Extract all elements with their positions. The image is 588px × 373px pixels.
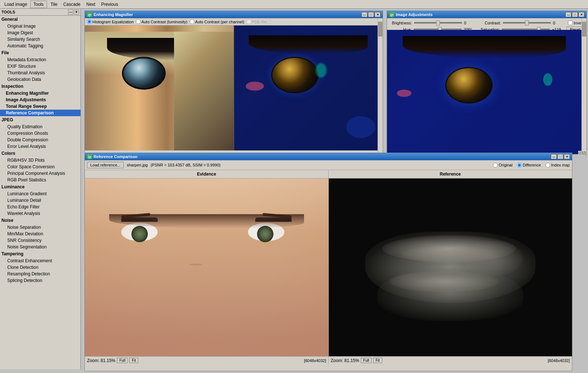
ia-brightness-value: 0 [464, 21, 477, 25]
tools-panel: TOOLS — ✕ General Original Image Image D… [0, 9, 81, 369]
menubar-tile[interactable]: Tile [48, 1, 60, 8]
sidebar-item-contrast-enhancement[interactable]: Contrast Enhancement [0, 258, 80, 264]
sidebar-item-error-level-analysis[interactable]: Error Level Analysis [0, 143, 80, 150]
em-title: Enhancing Magnifier [94, 12, 362, 17]
section-luminance[interactable]: Luminance [0, 183, 80, 191]
rc-evidence-full-btn[interactable]: Full [117, 358, 128, 363]
rc-footers: Zoom: 81.15% Full Fit [6048x4032] Zoom: … [85, 356, 572, 364]
section-colors[interactable]: Colors [0, 150, 80, 157]
rc-original-option[interactable]: Original [493, 163, 513, 168]
sidebar-item-snr-consistency[interactable]: SNR Consistency [0, 237, 80, 244]
em-pde-option[interactable]: PDE-Re... [246, 19, 270, 24]
menubar-next[interactable]: Next [83, 1, 98, 8]
sidebar-item-reference-comparison[interactable]: Reference Comparison [0, 110, 80, 116]
sidebar-item-geolocation-data[interactable]: Geolocation Data [0, 76, 80, 83]
sidebar-item-rgb-hsv-3d-plots[interactable]: RGB/HSV 3D Plots [0, 157, 80, 164]
rc-difference-option[interactable]: Difference [517, 163, 541, 168]
em-histogram-eq-option[interactable]: Histogram Equalization [87, 19, 134, 24]
rc-evidence-footer: Zoom: 81.15% Full Fit [6048x4032] [85, 356, 329, 364]
em-auto-contrast-lum-option[interactable]: Auto Contrast (luminosity) [136, 19, 188, 24]
ia-maximize-btn[interactable]: □ [572, 12, 578, 17]
rc-difference-label: Difference [523, 163, 541, 167]
tools-minimize-btn[interactable]: — [68, 9, 73, 15]
menubar-tools[interactable]: Tools [30, 1, 47, 8]
sidebar-item-enhancing-magnifier[interactable]: Enhancing Magnifier [0, 90, 80, 97]
sidebar-item-similarity-search[interactable]: Similarity Search [0, 36, 80, 43]
tools-close-btn[interactable]: ✕ [74, 9, 79, 15]
tools-title: TOOLS [1, 10, 15, 14]
sidebar-item-luminance-detail[interactable]: Luminance Detail [0, 197, 80, 204]
rc-evidence-fit-btn[interactable]: Fit [129, 358, 138, 363]
rc-reference-full-btn[interactable]: Full [361, 358, 372, 363]
rc-close-btn[interactable]: ✕ [564, 154, 570, 159]
ia-close-btn[interactable]: ✕ [579, 12, 584, 17]
menubar-load-image[interactable]: Load image [1, 1, 30, 8]
em-scrollbar-thumb[interactable] [378, 22, 382, 36]
rc-titlebar[interactable]: Qt Reference Comparison — □ ✕ [85, 153, 572, 160]
sidebar-item-image-adjustments[interactable]: Image Adjustments [0, 97, 80, 103]
rc-evidence-dims: [6048x4032] [304, 358, 326, 363]
sidebar-item-double-compression[interactable]: Double Compression [0, 137, 80, 143]
ia-contrast-slider[interactable] [503, 22, 551, 24]
sidebar-item-wavelet-analysis[interactable]: Wavelet Analysis [0, 210, 80, 217]
rc-maximize-btn[interactable]: □ [557, 154, 563, 159]
em-scrollbar[interactable] [378, 18, 383, 154]
menubar-cascade[interactable]: Cascade [60, 1, 83, 8]
section-general[interactable]: General [0, 16, 80, 23]
qt-icon-rc: Qt [87, 154, 92, 159]
sidebar-item-echo-edge-filter[interactable]: Echo Edge Filter [0, 204, 80, 210]
em-close-btn[interactable]: ✕ [375, 12, 380, 17]
em-auto-contrast-ch-option[interactable]: Auto Contrast (per channel) [190, 19, 244, 24]
rc-view-options: Original Difference Index map [493, 163, 570, 168]
rc-reference-fit-btn[interactable]: Fit [373, 358, 382, 363]
rc-minimize-btn[interactable]: — [551, 154, 557, 159]
sidebar-item-noise-separation[interactable]: Noise Separation [0, 224, 80, 231]
section-jpeg[interactable]: JPEG [0, 116, 80, 123]
sidebar-item-original-image[interactable]: Original Image [0, 23, 80, 30]
section-tampering[interactable]: Tampering [0, 250, 80, 258]
rc-index-map-option[interactable]: Index map [545, 163, 570, 168]
load-reference-btn[interactable]: Load reference... [87, 162, 124, 168]
section-inspection[interactable]: Inspection [0, 83, 80, 90]
sidebar-item-principal-component-analysis[interactable]: Principal Component Analysis [0, 170, 80, 177]
em-left-image [85, 25, 234, 150]
qt-icon-ia: Qt [389, 12, 394, 17]
ia-minimize-btn[interactable]: — [565, 12, 571, 17]
sidebar-item-rgb-pixel-statistics[interactable]: RGB Pixel Statistics [0, 177, 80, 183]
sidebar-item-resampling-detection[interactable]: Resampling Detection [0, 271, 80, 277]
sidebar-item-splicing-detection[interactable]: Splicing Detection [0, 277, 80, 284]
rc-reference-title: Reference [329, 170, 572, 178]
sidebar-item-luminance-gradient[interactable]: Luminance Gradient [0, 191, 80, 197]
section-noise[interactable]: Noise [0, 217, 80, 224]
section-file[interactable]: File [0, 49, 80, 56]
sidebar-item-image-digest[interactable]: Image Digest [0, 30, 80, 36]
rc-reference-panel [329, 178, 572, 356]
ia-titlebar[interactable]: Qt Image Adjustments — □ ✕ [387, 11, 587, 18]
rc-reference-image [329, 178, 572, 356]
ia-scrollbar-thumb[interactable] [582, 22, 586, 36]
rc-evidence-title: Evidence [85, 170, 329, 178]
em-titlebar[interactable]: Qt Enhancing Magnifier — □ ✕ [85, 11, 383, 18]
em-image-area [85, 25, 383, 150]
sidebar-item-automatic-tagging[interactable]: Automatic Tagging [0, 43, 80, 49]
sidebar-item-exif-structure[interactable]: EXIF Structure [0, 63, 80, 70]
menubar-previous[interactable]: Previous [98, 1, 121, 8]
rc-panel-titles: Evidence Reference [85, 170, 572, 178]
diff-texture-overlay [329, 178, 572, 356]
ia-brightness-slider[interactable] [414, 22, 462, 24]
sidebar-item-min-max-deviation[interactable]: Min/Max Deviation [0, 231, 80, 237]
ia-scrollbar[interactable] [581, 18, 587, 154]
sidebar-item-noise-segmentation[interactable]: Noise Segmentation [0, 244, 80, 250]
em-histogram-eq-label: Histogram Equalization [92, 20, 134, 24]
sidebar-item-quality-estimation[interactable]: Quality Estimation [0, 123, 80, 130]
em-maximize-btn[interactable]: □ [368, 12, 374, 17]
em-right-image [234, 25, 383, 150]
rc-index-map-label: Index map [551, 163, 570, 167]
sidebar-item-color-space-conversion[interactable]: Color Space Conversion [0, 164, 80, 170]
em-minimize-btn[interactable]: — [362, 12, 367, 17]
sidebar-item-metadata-extraction[interactable]: Metadata Extraction [0, 56, 80, 63]
sidebar-item-clone-detection[interactable]: Clone Detection [0, 264, 80, 271]
sidebar-item-compression-ghosts[interactable]: Compression Ghosts [0, 130, 80, 137]
sidebar-item-thumbnail-analysis[interactable]: Thumbnail Analysis [0, 70, 80, 76]
sidebar-item-tonal-range-sweep[interactable]: Tonal Range Sweep [0, 103, 80, 110]
